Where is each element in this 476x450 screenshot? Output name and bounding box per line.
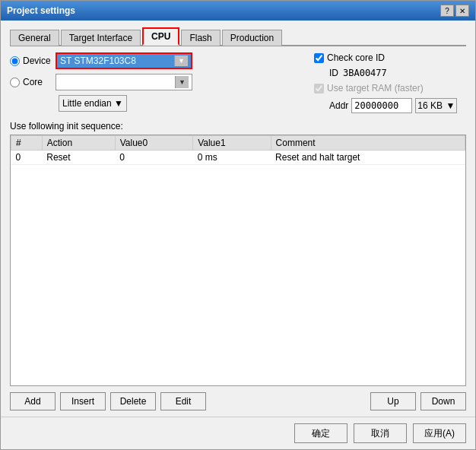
tab-target-interface[interactable]: Target Interface: [61, 30, 141, 46]
tab-production[interactable]: Production: [222, 30, 282, 46]
down-button[interactable]: Down: [420, 392, 466, 410]
device-label: Device: [23, 55, 51, 66]
cell-value1: 0 ms: [193, 151, 271, 165]
core-label: Core: [23, 77, 43, 87]
endian-row: Little endian ▼: [59, 95, 302, 112]
init-table: # Action Value0 Value1 Comment 0 Reset: [11, 135, 465, 165]
device-combo-arrow[interactable]: ▼: [174, 55, 188, 66]
target-ram-checkbox[interactable]: [314, 84, 324, 93]
size-combo[interactable]: 16 KB ▼: [415, 98, 457, 113]
size-arrow: ▼: [446, 100, 455, 111]
apply-button[interactable]: 应用(A): [413, 423, 466, 443]
ok-button[interactable]: 确定: [294, 423, 347, 443]
action-buttons-row: Add Insert Delete Edit Up Down: [10, 392, 466, 410]
id-row: ID 3BA00477: [329, 68, 466, 78]
col-num: #: [11, 136, 43, 151]
col-action: Action: [42, 136, 115, 151]
table-header-row: # Action Value0 Value1 Comment: [11, 136, 465, 151]
endian-value: Little endian: [62, 98, 112, 109]
core-combo-arrow[interactable]: ▼: [175, 76, 189, 88]
tab-general[interactable]: General: [10, 30, 59, 46]
cell-comment: Reset and halt target: [271, 151, 465, 165]
device-radio[interactable]: [10, 56, 20, 66]
up-button[interactable]: Up: [370, 392, 416, 410]
cell-value0: 0: [115, 151, 192, 165]
right-panel: Check core ID ID 3BA00477 Use target RAM…: [314, 52, 466, 113]
title-bar-buttons: ? ✕: [440, 5, 469, 17]
col-comment: Comment: [271, 136, 465, 151]
col-value0: Value0: [115, 136, 192, 151]
table-row[interactable]: 0 Reset 0 0 ms Reset and halt target: [11, 151, 465, 165]
window-title: Project settings: [7, 5, 75, 16]
tab-bar: General Target Interface CPU Flash Produ…: [10, 27, 466, 46]
tab-flash[interactable]: Flash: [181, 30, 220, 46]
addr-input[interactable]: [351, 98, 412, 113]
endian-combo[interactable]: Little endian ▼: [59, 95, 127, 112]
close-button[interactable]: ✕: [455, 5, 469, 17]
addr-row: Addr 16 KB ▼: [329, 98, 466, 113]
device-combo-value: ST STM32F103C8: [60, 55, 174, 66]
help-button[interactable]: ?: [440, 5, 454, 17]
tab-cpu[interactable]: CPU: [142, 27, 179, 46]
device-radio-label: Device: [10, 55, 56, 66]
check-core-checkbox[interactable]: [314, 53, 324, 63]
core-combo[interactable]: ▼: [56, 74, 192, 90]
project-settings-window: Project settings ? ✕ General Target Inte…: [0, 0, 476, 450]
size-value: 16 KB: [417, 100, 443, 111]
init-label: Use following init sequence:: [10, 121, 466, 132]
init-section: Use following init sequence: # Action Va…: [10, 121, 466, 410]
core-radio-label: Core: [10, 77, 56, 87]
cancel-button[interactable]: 取消: [354, 423, 407, 443]
title-bar: Project settings ? ✕: [1, 1, 475, 21]
content-area: General Target Interface CPU Flash Produ…: [1, 21, 475, 417]
cell-num: 0: [11, 151, 43, 165]
core-radio[interactable]: [10, 78, 20, 87]
check-core-label: Check core ID: [327, 52, 385, 63]
delete-button[interactable]: Delete: [110, 392, 156, 410]
cpu-panel: Device ST STM32F103C8 ▼ Core: [10, 52, 466, 410]
target-ram-label: Use target RAM (faster): [327, 83, 424, 93]
core-row: Core ▼: [10, 74, 302, 90]
top-section: Device ST STM32F103C8 ▼ Core: [10, 52, 466, 113]
col-value1: Value1: [193, 136, 271, 151]
endian-arrow: ▼: [114, 98, 123, 109]
device-row: Device ST STM32F103C8 ▼: [10, 52, 302, 69]
device-combo[interactable]: ST STM32F103C8 ▼: [56, 52, 192, 69]
bottom-bar: 确定 取消 应用(A): [1, 417, 475, 449]
insert-button[interactable]: Insert: [60, 392, 106, 410]
left-column: Device ST STM32F103C8 ▼ Core: [10, 52, 302, 113]
id-label: ID: [329, 68, 338, 78]
cell-action: Reset: [42, 151, 115, 165]
edit-button[interactable]: Edit: [160, 392, 206, 410]
init-table-wrapper: # Action Value0 Value1 Comment 0 Reset: [10, 135, 466, 386]
id-value: 3BA00477: [343, 68, 387, 78]
add-button[interactable]: Add: [10, 392, 56, 410]
check-core-row: Check core ID: [314, 52, 466, 63]
addr-label: Addr: [329, 100, 348, 111]
target-ram-row: Use target RAM (faster): [314, 83, 466, 93]
